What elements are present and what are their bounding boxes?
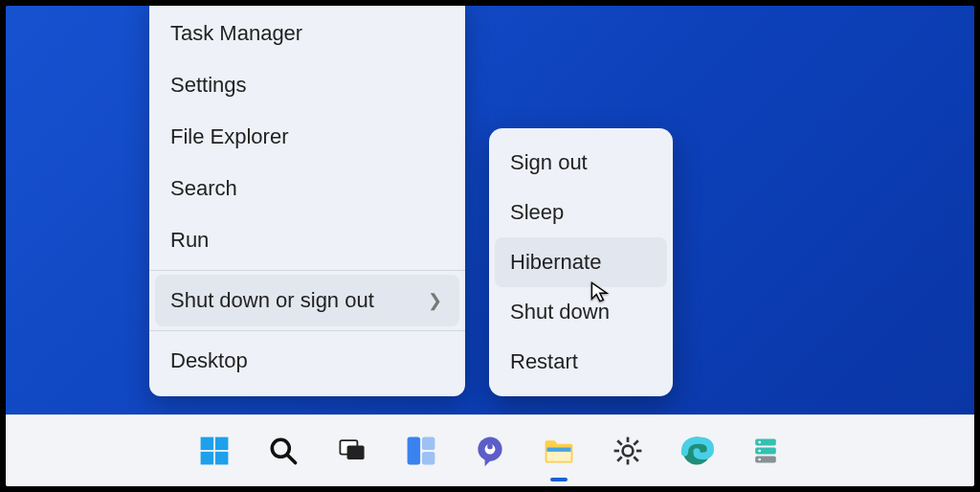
- menu-item-settings[interactable]: Settings: [149, 59, 465, 111]
- menu-item-label: Desktop: [170, 348, 248, 373]
- submenu-item-restart[interactable]: Restart: [495, 337, 667, 387]
- svg-rect-0: [201, 437, 214, 451]
- svg-line-21: [617, 440, 622, 445]
- submenu-item-label: Hibernate: [510, 250, 601, 275]
- svg-rect-10: [422, 452, 435, 465]
- svg-rect-9: [422, 437, 435, 451]
- menu-item-label: Shut down or sign out: [170, 288, 374, 313]
- chat-icon[interactable]: [469, 430, 511, 472]
- svg-line-5: [288, 456, 296, 463]
- menu-item-desktop[interactable]: Desktop: [149, 335, 465, 387]
- svg-point-29: [758, 441, 761, 444]
- submenu-item-sign-out[interactable]: Sign out: [495, 138, 667, 188]
- svg-rect-2: [201, 452, 214, 465]
- menu-item-shutdown-or-signout[interactable]: Shut down or sign out ❯: [155, 275, 459, 326]
- submenu-item-label: Sleep: [510, 200, 564, 225]
- submenu-item-shut-down[interactable]: Shut down: [495, 287, 667, 337]
- menu-item-label: Run: [170, 228, 209, 253]
- settings-icon[interactable]: [607, 430, 649, 472]
- edge-icon[interactable]: [676, 430, 718, 472]
- menu-item-label: Search: [170, 176, 237, 201]
- menu-separator: [149, 270, 465, 271]
- svg-line-24: [617, 457, 622, 461]
- svg-line-22: [634, 457, 638, 461]
- menu-item-file-explorer[interactable]: File Explorer: [149, 111, 465, 163]
- svg-rect-8: [408, 437, 421, 465]
- svg-rect-13: [487, 444, 492, 449]
- chevron-right-icon: ❯: [428, 290, 442, 311]
- submenu-item-label: Shut down: [510, 300, 610, 324]
- search-icon[interactable]: [262, 430, 304, 472]
- menu-item-label: Task Manager: [170, 21, 302, 46]
- menu-item-run[interactable]: Run: [149, 214, 465, 266]
- svg-point-31: [758, 458, 761, 461]
- start-icon[interactable]: [193, 430, 235, 472]
- submenu-item-hibernate[interactable]: Hibernate: [495, 237, 667, 287]
- svg-point-30: [758, 450, 761, 453]
- task-view-icon[interactable]: [331, 430, 373, 472]
- svg-rect-7: [347, 446, 365, 459]
- widgets-icon[interactable]: [400, 430, 442, 472]
- taskbar-active-indicator: [550, 478, 568, 481]
- menu-item-label: File Explorer: [170, 124, 288, 149]
- menu-separator: [149, 330, 465, 331]
- submenu-item-label: Restart: [510, 349, 578, 374]
- submenu-item-label: Sign out: [510, 150, 588, 175]
- svg-rect-3: [215, 452, 229, 465]
- svg-point-16: [623, 446, 634, 457]
- taskbar: [6, 414, 974, 486]
- menu-item-label: Settings: [170, 73, 247, 98]
- menu-item-search[interactable]: Search: [149, 163, 465, 214]
- svg-rect-15: [546, 447, 570, 452]
- winx-context-menu: Task Manager Settings File Explorer Sear…: [149, 6, 465, 396]
- submenu-item-sleep[interactable]: Sleep: [495, 188, 667, 237]
- svg-line-23: [634, 440, 638, 445]
- menu-item-task-manager[interactable]: Task Manager: [149, 8, 465, 59]
- file-explorer-icon[interactable]: [538, 430, 580, 472]
- power-submenu: Sign out Sleep Hibernate Shut down Resta…: [489, 128, 673, 396]
- svg-rect-1: [215, 437, 229, 451]
- server-manager-icon[interactable]: [745, 430, 787, 472]
